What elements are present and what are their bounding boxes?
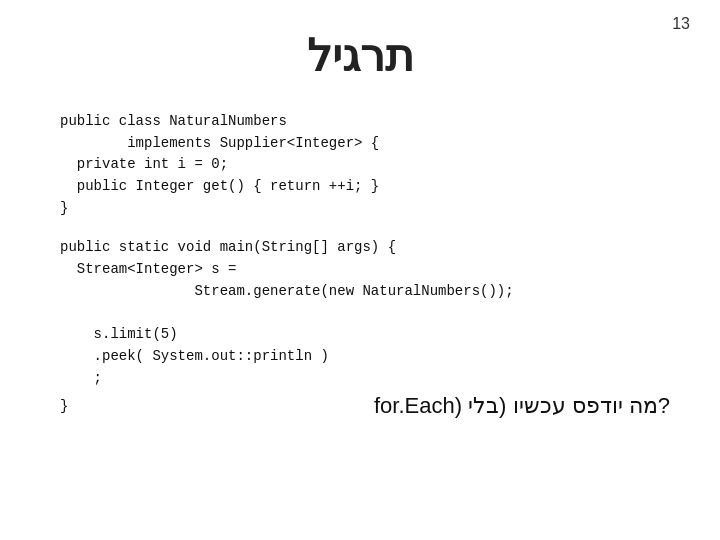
slide-title: תרגיל — [40, 30, 680, 81]
code-block-part2: public static void main(String[] args) {… — [60, 237, 680, 389]
slide: 13 תרגיל public class NaturalNumbers imp… — [0, 0, 720, 540]
slide-number: 13 — [672, 15, 690, 33]
code-block-part1: public class NaturalNumbers implements S… — [60, 111, 680, 219]
question-text: ?מה יודפס עכשיו (בלי (for.Each — [374, 393, 670, 419]
closing-brace: } — [60, 398, 68, 414]
bottom-row: } ?מה יודפס עכשיו (בלי (for.Each — [40, 393, 680, 419]
